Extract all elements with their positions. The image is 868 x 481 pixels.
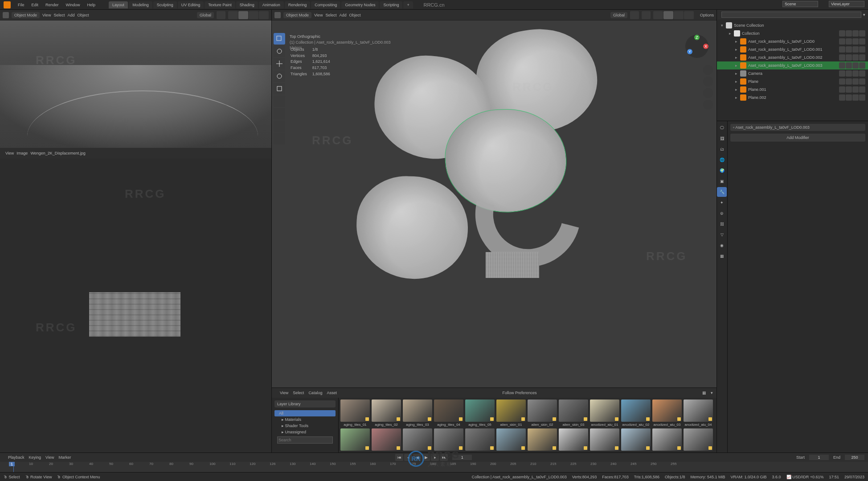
tree-row[interactable]: ▸Plane.002 (717, 94, 868, 102)
catalog-all[interactable]: All (274, 410, 336, 416)
image-editor-canvas[interactable] (0, 159, 271, 463)
prop-tab-particles[interactable]: ✦ (717, 198, 727, 208)
menu-window[interactable]: Window (63, 2, 83, 8)
asset-thumbnail[interactable]: arch_glass_03 (559, 428, 588, 456)
tool-measure[interactable] (274, 120, 285, 132)
tab-geonodes[interactable]: Geometry Nodes (341, 1, 379, 8)
shading-rendered[interactable] (259, 11, 269, 19)
tab-shading[interactable]: Shading (236, 1, 258, 8)
ab-menu-asset[interactable]: Asset (327, 391, 337, 395)
menu-file[interactable]: File (15, 2, 27, 8)
asset-thumbnail[interactable]: alien_skin_02 (528, 399, 557, 427)
tree-row[interactable]: ▸Aset_rock_assembly_L_ta0vF_LOD0 (717, 37, 868, 45)
prop-tab-render[interactable]: 🖵 (717, 123, 727, 133)
prop-tab-material[interactable]: ◉ (717, 240, 727, 250)
add-modifier-button[interactable]: Add Modifier (730, 134, 865, 142)
proportional-edit-toggle[interactable] (642, 11, 651, 19)
prop-tab-output[interactable]: 🖼 (717, 134, 727, 143)
asset-thumbnail[interactable]: alien_skin_03 (559, 399, 588, 427)
image-name-field[interactable]: Wengen_2K_Displacement.jpg (30, 151, 85, 155)
asset-thumbnail[interactable]: aging_tiles_01 (340, 399, 370, 427)
tl-menu-view[interactable]: View (45, 455, 54, 460)
ab-display-mode[interactable]: ▦ (702, 391, 706, 395)
shading-material[interactable] (674, 11, 684, 19)
img-menu-image[interactable]: Image (16, 151, 28, 155)
tab-add[interactable]: + (403, 1, 413, 8)
shading-solid[interactable] (238, 11, 248, 19)
ab-menu-view[interactable]: View (280, 391, 288, 395)
tool-scale[interactable] (274, 83, 285, 94)
tab-texturepaint[interactable]: Texture Paint (205, 1, 235, 8)
mode-selector[interactable]: Object Mode (12, 12, 40, 18)
vp-menu-select[interactable]: Select (53, 13, 65, 17)
shading-rendered[interactable] (684, 11, 694, 19)
shading-wireframe[interactable] (653, 11, 663, 19)
asset-thumbnail[interactable]: anodized_alu_05 (340, 428, 370, 456)
shading-solid[interactable] (663, 11, 673, 19)
properties-breadcrumb[interactable]: ▫ Aset_rock_assembly_L_ta0vF_LOD0.003 (730, 124, 865, 131)
tl-menu-playback[interactable]: Playback (8, 455, 25, 460)
menu-help[interactable]: Help (85, 2, 98, 8)
asset-thumbnail[interactable]: anti_slip_04 (465, 428, 495, 456)
start-frame-input[interactable] (809, 455, 829, 460)
tree-row[interactable]: ▸Aset_rock_assembly_L_ta0vF_LOD0.003 (717, 61, 868, 69)
jump-start-button[interactable]: ⏮ (395, 454, 403, 461)
img-menu-view[interactable]: View (5, 151, 14, 155)
tool-cursor[interactable] (274, 45, 285, 57)
camera-view-icon[interactable] (703, 88, 713, 98)
vp-menu-view[interactable]: View (314, 13, 323, 17)
tree-row[interactable]: ▸Plane (717, 77, 868, 86)
grid-plane-mesh[interactable] (486, 252, 539, 278)
catalog-item[interactable]: ▸ Unassigned (274, 429, 336, 435)
options-dropdown[interactable]: Options (700, 13, 714, 17)
asset-thumbnail[interactable]: arch_glass_07 (684, 428, 713, 456)
prop-tab-world[interactable]: 🌍 (717, 166, 727, 175)
vp-menu-add[interactable]: Add (67, 13, 74, 17)
prop-tab-physics[interactable]: ⊚ (717, 208, 727, 218)
tl-menu-marker[interactable]: Marker (58, 455, 71, 460)
asset-thumbnail[interactable]: anodized_alu_04 (684, 399, 713, 427)
asset-thumbnail[interactable]: anodized_alu_03 (652, 399, 682, 427)
tree-row[interactable]: ▸Camera (717, 69, 868, 77)
asset-thumbnail[interactable]: arch_glass_02 (528, 428, 557, 456)
persp-ortho-icon[interactable] (703, 100, 713, 110)
pan-icon[interactable] (703, 77, 713, 86)
rock-object[interactable] (355, 175, 470, 281)
scene-name-input[interactable] (782, 1, 818, 7)
tab-compositing[interactable]: Compositing (311, 1, 340, 8)
tool-annotate[interactable] (274, 108, 285, 119)
outliner[interactable]: ▾ ▾Scene Collection ▸Collection▸Aset_roc… (717, 10, 868, 121)
tree-row-scene[interactable]: ▾Scene Collection (717, 21, 868, 29)
tab-uvediting[interactable]: UV Editing (178, 1, 204, 8)
prop-tab-object[interactable]: ▣ (717, 176, 727, 186)
ab-filter-icon[interactable]: ▾ (711, 391, 713, 395)
snap-toggle[interactable] (630, 11, 639, 19)
viewport-secondary-canvas[interactable] (0, 20, 271, 148)
editor-type-icon[interactable] (274, 12, 281, 18)
menu-edit[interactable]: Edit (29, 2, 41, 8)
outliner-search[interactable] (721, 12, 861, 18)
tree-row[interactable]: ▸Plane.001 (717, 86, 868, 94)
asset-thumbnail[interactable]: arch_glass_05 (621, 428, 651, 456)
tool-add-cube[interactable] (274, 133, 285, 144)
end-frame-input[interactable] (845, 455, 864, 460)
prop-tab-scene[interactable]: 🌐 (717, 155, 727, 165)
tab-modeling[interactable]: Modeling (129, 1, 152, 8)
tool-move[interactable] (274, 58, 285, 69)
prop-tab-texture[interactable]: ▦ (717, 251, 727, 261)
tree-row[interactable]: ▸Aset_rock_assembly_L_ta0vF_LOD0.001 (717, 45, 868, 53)
tl-menu-keying[interactable]: Keying (29, 455, 41, 460)
asset-thumbnail[interactable]: aging_tiles_03 (403, 399, 432, 427)
prop-tab-viewlayer[interactable]: 🗂 (717, 144, 727, 154)
menu-render[interactable]: Render (43, 2, 61, 8)
asset-thumbnail[interactable]: alien_skin_01 (496, 399, 526, 427)
asset-thumbnail[interactable]: anodized_alu_02 (621, 399, 651, 427)
prop-tab-constraints[interactable]: ⛓ (717, 219, 727, 229)
vp-menu-object[interactable]: Object (349, 13, 360, 17)
playhead[interactable]: 1 (13, 462, 14, 473)
asset-thumbnail[interactable]: aging_tiles_04 (434, 399, 463, 427)
orientation-selector[interactable]: Global (197, 12, 214, 18)
tab-rendering[interactable]: Rendering (285, 1, 311, 8)
filter-icon[interactable]: ▾ (863, 12, 865, 17)
tool-transform[interactable] (274, 95, 285, 107)
